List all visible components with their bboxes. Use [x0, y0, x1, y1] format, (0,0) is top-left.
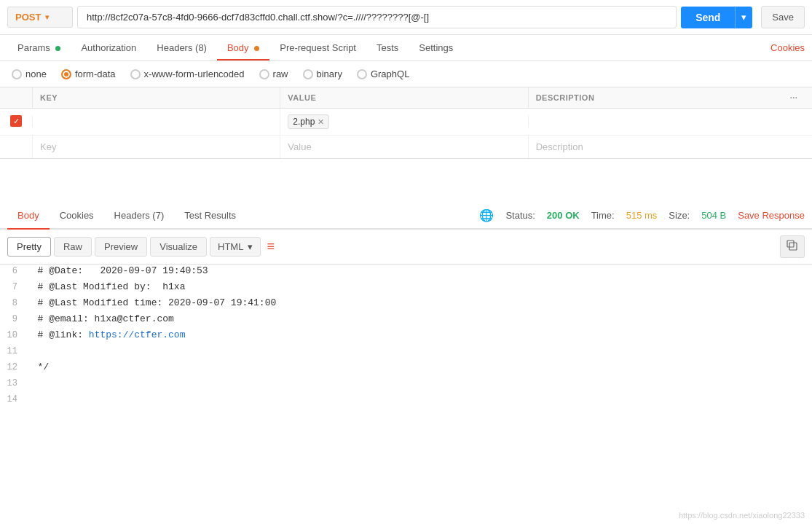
response-toolbar: Pretty Raw Preview Visualize HTML ▾ ≡: [0, 230, 812, 265]
wrap-icon[interactable]: ≡: [267, 239, 275, 254]
radio-form-data[interactable]: form-data: [61, 69, 116, 79]
method-label: POST: [15, 12, 41, 23]
code-line: 13: [0, 377, 812, 393]
radio-binary[interactable]: binary: [303, 69, 342, 79]
line-number: 7: [0, 281, 26, 292]
radio-none[interactable]: none: [12, 69, 47, 79]
line-content: # @Last Modified time: 2020-09-07 19:41:…: [26, 297, 812, 309]
top-bar: POST ▾ Send ▾ Save: [0, 0, 812, 35]
col-check-header: [0, 87, 32, 108]
row-value-cell: 2.php ✕: [280, 109, 527, 135]
placeholder-check[interactable]: [0, 141, 32, 153]
col-key-header: KEY: [32, 87, 280, 108]
radio-circle-form-data: [61, 69, 71, 79]
line-content: $flag="flag{b93b51c8-cd30-4631-8d27-3d91…: [26, 409, 812, 410]
line-number: 11: [0, 345, 26, 356]
tab-params[interactable]: Params: [7, 35, 71, 60]
copy-button[interactable]: [780, 235, 805, 258]
tab-tests[interactable]: Tests: [366, 35, 409, 60]
tab-pre-request-script[interactable]: Pre-request Script: [269, 35, 366, 60]
line-content: [26, 345, 812, 346]
code-line: 15 $flag="flag{b93b51c8-cd30-4631-8d27-3…: [0, 409, 812, 410]
status-code: 200 OK: [547, 210, 580, 221]
resp-tab-test-results[interactable]: Test Results: [174, 203, 246, 228]
params-dot: [55, 46, 60, 51]
code-line: 14: [0, 393, 812, 409]
placeholder-desc-cell[interactable]: Description: [528, 136, 776, 158]
line-content: # @link: https://ctfer.com: [26, 329, 812, 341]
response-code-area: 6 # @Date: 2020-09-07 19:40:537 # @Last …: [0, 265, 812, 410]
value-tag: 2.php ✕: [288, 114, 329, 129]
time-value: 515 ms: [626, 210, 658, 221]
row-desc-cell[interactable]: [528, 116, 776, 128]
chevron-down-icon: ▾: [45, 13, 49, 21]
checkbox-checked-icon[interactable]: [10, 115, 22, 127]
tab-authorization[interactable]: Authorization: [71, 35, 146, 60]
line-content: [26, 393, 812, 394]
value-placeholder: Value: [288, 141, 311, 152]
chevron-down-icon: ▾: [248, 241, 253, 252]
resp-tab-headers[interactable]: Headers (7): [104, 203, 175, 228]
col-value-header: VALUE: [280, 87, 527, 108]
radio-circle-graphql: [357, 69, 367, 79]
send-button[interactable]: Send: [681, 7, 735, 28]
radio-circle-none: [12, 69, 22, 79]
code-line: 11: [0, 345, 812, 361]
line-number: 6: [0, 265, 26, 276]
resp-tab-cookies[interactable]: Cookies: [50, 203, 104, 228]
table-row-placeholder: Key Value Description: [0, 136, 812, 158]
line-content: # @Last Modified by: h1xa: [26, 281, 812, 293]
code-line: 10 # @link: https://ctfer.com: [0, 329, 812, 345]
line-content: [26, 377, 812, 378]
cookies-link[interactable]: Cookies: [770, 35, 805, 60]
format-select[interactable]: HTML ▾: [210, 237, 261, 257]
globe-icon: 🌐: [479, 208, 494, 222]
request-tabs-row: Params Authorization Headers (8) Body Pr…: [0, 35, 812, 61]
line-number: 14: [0, 393, 26, 404]
line-content: # @Date: 2020-09-07 19:40:53: [26, 265, 812, 277]
tab-settings[interactable]: Settings: [409, 35, 463, 60]
row-key-cell[interactable]: [32, 116, 280, 128]
col-actions-header: ···: [776, 87, 812, 108]
tab-headers[interactable]: Headers (8): [146, 35, 217, 60]
body-dot: [254, 46, 259, 51]
line-content: */: [26, 361, 812, 373]
code-line: 9 # @email: h1xa@ctfer.com: [0, 313, 812, 329]
value-tag-close-icon[interactable]: ✕: [318, 117, 324, 127]
raw-button[interactable]: Raw: [54, 237, 92, 257]
response-status-area: 🌐 Status: 200 OK Time: 515 ms Size: 504 …: [479, 208, 805, 222]
response-tabs-row: Body Cookies Headers (7) Test Results 🌐 …: [0, 203, 812, 230]
radio-graphql[interactable]: GraphQL: [357, 69, 409, 79]
radio-urlencoded[interactable]: x-www-form-urlencoded: [130, 69, 245, 79]
desc-placeholder: Description: [536, 141, 583, 152]
send-dropdown-button[interactable]: ▾: [735, 7, 752, 28]
size-value: 504 B: [701, 210, 726, 221]
save-response-button[interactable]: Save Response: [738, 210, 805, 221]
code-line: 6 # @Date: 2020-09-07 19:40:53: [0, 265, 812, 281]
col-desc-header: DESCRIPTION: [528, 87, 776, 108]
preview-button[interactable]: Preview: [95, 237, 147, 257]
svg-rect-0: [789, 243, 797, 250]
tab-body[interactable]: Body: [217, 35, 269, 60]
value-tag-text: 2.php: [293, 117, 315, 127]
code-line: 8 # @Last Modified time: 2020-09-07 19:4…: [0, 297, 812, 313]
body-type-radio-group: none form-data x-www-form-urlencoded raw…: [0, 61, 812, 87]
url-input[interactable]: [77, 6, 677, 28]
method-select[interactable]: POST ▾: [7, 7, 73, 28]
visualize-button[interactable]: Visualize: [150, 237, 207, 257]
save-button[interactable]: Save: [761, 6, 805, 28]
code-link[interactable]: https://ctfer.com: [89, 329, 186, 340]
line-content: # @email: h1xa@ctfer.com: [26, 313, 812, 325]
row-checkbox[interactable]: [0, 109, 32, 135]
radio-raw[interactable]: raw: [259, 69, 288, 79]
table-row: 2.php ✕: [0, 109, 812, 136]
pretty-button[interactable]: Pretty: [7, 237, 51, 257]
radio-circle-urlencoded: [130, 69, 141, 79]
line-number: 12: [0, 361, 26, 372]
line-number: 8: [0, 297, 26, 308]
placeholder-value-cell[interactable]: Value: [280, 136, 527, 158]
resp-tab-body[interactable]: Body: [7, 203, 50, 228]
placeholder-key-cell[interactable]: Key: [32, 136, 280, 158]
code-line: 12 */: [0, 361, 812, 377]
line-number: 15: [0, 409, 26, 410]
